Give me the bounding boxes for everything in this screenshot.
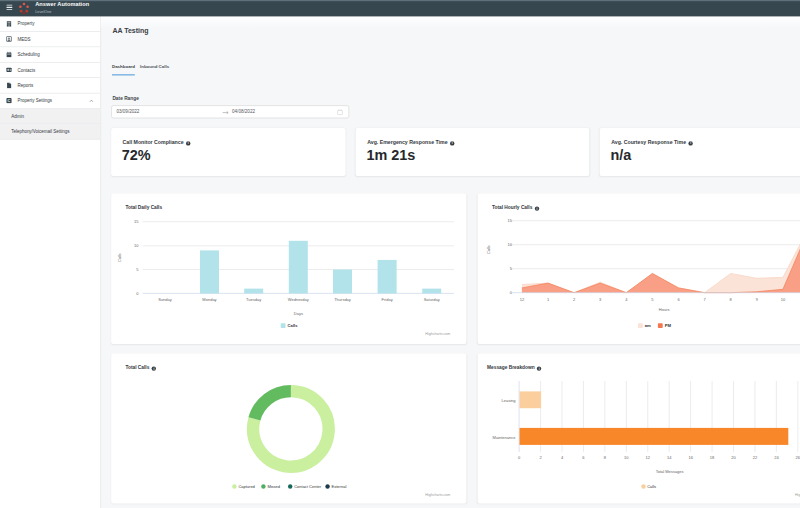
svg-text:PM: PM — [665, 323, 672, 328]
svg-text:Calls: Calls — [287, 323, 298, 328]
svg-text:Sunday: Sunday — [158, 297, 172, 302]
svg-text:5: 5 — [136, 267, 139, 272]
svg-text:0: 0 — [136, 291, 139, 296]
svg-text:16: 16 — [688, 454, 693, 459]
svg-text:Friday: Friday — [381, 297, 392, 302]
svg-text:15: 15 — [507, 218, 512, 223]
svg-text:Days: Days — [294, 311, 303, 316]
svg-text:22: 22 — [753, 454, 758, 459]
svg-text:Maintenance: Maintenance — [492, 435, 516, 440]
svg-text:24: 24 — [774, 454, 779, 459]
svg-text:10: 10 — [134, 243, 139, 248]
svg-text:12: 12 — [645, 454, 650, 459]
svg-text:26: 26 — [796, 454, 800, 459]
svg-text:Total Messages: Total Messages — [656, 469, 684, 474]
svg-text:Leasing: Leasing — [501, 397, 515, 402]
svg-text:7: 7 — [703, 297, 706, 302]
svg-text:Highcharts.com: Highcharts.com — [425, 332, 450, 336]
svg-text:10: 10 — [781, 297, 786, 302]
svg-text:12: 12 — [520, 297, 525, 302]
svg-text:Hours: Hours — [659, 307, 670, 312]
svg-text:3: 3 — [599, 297, 602, 302]
svg-text:Calls: Calls — [117, 253, 122, 262]
svg-text:Contact Center: Contact Center — [294, 484, 322, 489]
svg-text:20: 20 — [731, 454, 736, 459]
svg-text:8: 8 — [604, 454, 607, 459]
svg-text:0: 0 — [518, 454, 521, 459]
svg-text:15: 15 — [134, 219, 139, 224]
svg-text:Saturday: Saturday — [423, 297, 439, 302]
svg-text:Missed: Missed — [267, 484, 280, 489]
svg-text:10: 10 — [624, 454, 629, 459]
svg-text:14: 14 — [667, 454, 672, 459]
svg-text:Calls: Calls — [647, 484, 656, 489]
svg-text:Thursday: Thursday — [334, 297, 351, 302]
svg-text:Monday: Monday — [202, 297, 216, 302]
svg-text:1: 1 — [547, 297, 550, 302]
svg-text:6: 6 — [582, 454, 585, 459]
svg-text:2: 2 — [573, 297, 576, 302]
svg-text:am: am — [645, 323, 651, 328]
svg-text:8: 8 — [729, 297, 732, 302]
svg-text:5: 5 — [651, 297, 654, 302]
svg-text:Highcharts.com: Highcharts.com — [795, 493, 800, 497]
svg-text:4: 4 — [625, 297, 628, 302]
svg-text:6: 6 — [677, 297, 680, 302]
svg-text:Captured: Captured — [238, 484, 254, 489]
svg-text:4: 4 — [561, 454, 564, 459]
svg-text:External: External — [331, 484, 346, 489]
svg-text:10: 10 — [507, 242, 512, 247]
svg-text:Wednesday: Wednesday — [288, 297, 309, 302]
svg-text:18: 18 — [710, 454, 715, 459]
svg-text:C: C — [8, 99, 11, 103]
svg-text:2: 2 — [539, 454, 542, 459]
svg-text:Calls: Calls — [486, 245, 491, 254]
svg-text:9: 9 — [756, 297, 759, 302]
svg-text:Highcharts.com: Highcharts.com — [425, 493, 450, 497]
svg-text:Tuesday: Tuesday — [246, 297, 261, 302]
